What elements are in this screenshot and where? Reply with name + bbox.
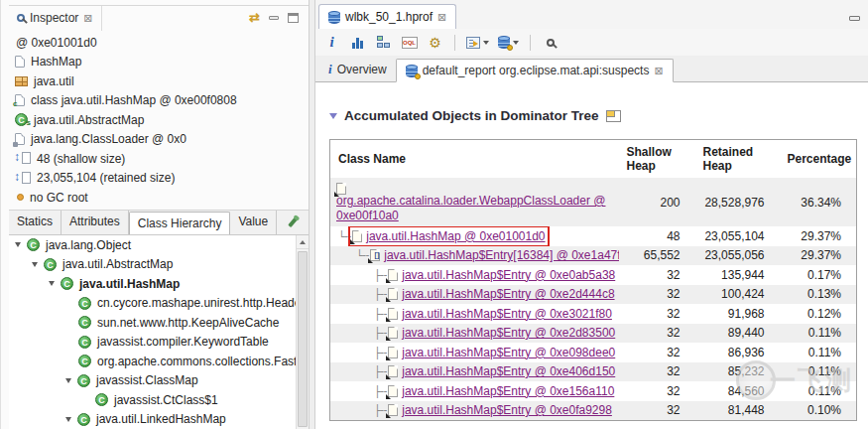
inspector-item-3[interactable]: cclass java.util.HashMap @ 0xe00f0808 bbox=[11, 91, 295, 111]
tab-attributes[interactable]: Attributes bbox=[62, 211, 129, 234]
object-link[interactable]: java.util.HashMap$Entry @ 0xe3021f80 bbox=[402, 307, 612, 321]
col-retained-heap[interactable]: Retained Heap bbox=[695, 140, 780, 179]
object-link[interactable]: java.util.HashMap$Entry @ 0xe0ab5a38 bbox=[402, 268, 615, 282]
inspector-item-1[interactable]: HashMap bbox=[11, 53, 295, 72]
dominator-tree-icon[interactable] bbox=[375, 33, 392, 52]
table-row-4[interactable]: ├╌java.util.HashMap$Entry @ 0xe2d444c832… bbox=[330, 285, 857, 305]
tree-connector: └╌ bbox=[338, 230, 351, 243]
chevron-down-icon[interactable] bbox=[65, 417, 71, 422]
shallow-heap-value: 32 bbox=[619, 343, 695, 362]
chevron-down-icon[interactable] bbox=[483, 41, 489, 45]
panel-divider[interactable] bbox=[309, 0, 315, 429]
tree-node-7[interactable]: Cjavassist.ClassMap bbox=[9, 371, 309, 391]
array-icon: [] bbox=[370, 249, 380, 261]
inspector-item-8[interactable]: no GC root bbox=[11, 188, 295, 208]
chevron-down-icon[interactable] bbox=[15, 242, 21, 247]
table-row-8[interactable]: ├╌java.util.HashMap$Entry @ 0xe406d15032… bbox=[330, 362, 857, 382]
chevron-down-icon[interactable] bbox=[49, 281, 55, 286]
inspector-properties: @ 0xe01001d0HashMapjava.utilcclass java.… bbox=[11, 33, 295, 208]
tree-node-2[interactable]: Cjava.util.HashMap bbox=[9, 274, 309, 294]
open-in-table-icon[interactable] bbox=[606, 110, 621, 122]
object-link[interactable]: java.util.HashMap$Entry @ 0xe2d444c8 bbox=[402, 287, 614, 301]
scroll-up-icon[interactable] bbox=[297, 235, 309, 249]
table-row-10[interactable]: ├╌java.util.HashMap$Entry @ 0xe0fa929832… bbox=[330, 401, 857, 421]
result-tab-1[interactable]: default_report org.eclipse.mat.api:suspe… bbox=[396, 59, 674, 82]
oql-icon[interactable]: OQL bbox=[401, 33, 418, 52]
close-icon[interactable]: ⊠ bbox=[654, 65, 663, 77]
tree-node-label: java.util.HashMap bbox=[79, 277, 180, 291]
object-link[interactable]: java.util.HashMap$Entry @ 0xe406d150 bbox=[402, 364, 615, 378]
inspector-item-2[interactable]: java.util bbox=[11, 72, 295, 91]
run-report-icon[interactable] bbox=[498, 33, 519, 52]
table-row-5[interactable]: ├╌java.util.HashMap$Entry @ 0xe3021f8032… bbox=[330, 304, 857, 324]
maximize-icon[interactable] bbox=[288, 13, 299, 23]
tree-node-8[interactable]: Cjavassist.CtClass$1 bbox=[9, 390, 309, 410]
tree-connector: ├╌ bbox=[374, 327, 387, 340]
object-link[interactable]: java.util.HashMap$Entry @ 0xe2d83500 bbox=[402, 326, 615, 340]
scrollbar-thumb[interactable] bbox=[298, 251, 308, 427]
inspector-item-6[interactable]: ↕48 (shallow size) bbox=[11, 149, 295, 169]
collapse-arrow-icon[interactable] bbox=[329, 113, 337, 119]
result-tab-label: default_report org.eclipse.mat.api:suspe… bbox=[423, 64, 650, 77]
col-class-name[interactable]: Class Name bbox=[330, 140, 619, 179]
file-icon bbox=[15, 56, 25, 68]
object-link[interactable]: java.util.HashMap @ 0xe01001d0 bbox=[366, 229, 545, 243]
retained-heap-value: 85,232 bbox=[695, 362, 780, 382]
table-row-3[interactable]: ├╌java.util.HashMap$Entry @ 0xe0ab5a3832… bbox=[330, 265, 857, 285]
tree-connector: └╌ bbox=[356, 249, 369, 262]
object-link[interactable]: java.util.HashMap$Entry @ 0xe098dee0 bbox=[402, 346, 615, 359]
shallow-heap-value: 32 bbox=[619, 401, 695, 421]
table-row-7[interactable]: ├╌java.util.HashMap$Entry @ 0xe098dee032… bbox=[330, 343, 857, 362]
chevron-down-icon[interactable] bbox=[65, 378, 71, 383]
overview-icon[interactable]: i bbox=[323, 33, 340, 52]
inspector-item-5[interactable]: java.lang.ClassLoader @ 0x0 bbox=[11, 130, 295, 150]
table-row-0[interactable]: org.apache.catalina.loader.WebappClassLo… bbox=[330, 178, 857, 226]
inspector-item-4[interactable]: Csjava.util.AbstractMap bbox=[11, 110, 295, 130]
inspector-item-7[interactable]: ↕23,055,104 (retained size) bbox=[11, 169, 295, 189]
object-icon bbox=[388, 347, 398, 358]
percentage-value: 0.11% bbox=[780, 343, 857, 362]
retained-heap-value: 23,055,056 bbox=[695, 246, 780, 266]
object-link[interactable]: java.util.HashMap$Entry @ 0xe156a110 bbox=[402, 384, 614, 398]
editor-tab-hprof[interactable]: wlbk_50_1.hprof ⊠ bbox=[318, 4, 456, 29]
tree-node-1[interactable]: Cjava.util.AbstractMap bbox=[9, 255, 309, 275]
chevron-down-icon[interactable] bbox=[513, 41, 519, 45]
tab-value[interactable]: Value bbox=[230, 211, 277, 234]
histogram-icon[interactable] bbox=[349, 33, 366, 52]
object-link[interactable]: org.apache.catalina.loader.WebappClassLo… bbox=[336, 194, 605, 222]
pin-icon[interactable] bbox=[288, 217, 297, 227]
object-link[interactable]: java.util.HashMap$Entry[16384] @ 0xe1a47… bbox=[384, 248, 618, 262]
minimize-editor-icon[interactable] bbox=[849, 16, 860, 21]
tree-node-6[interactable]: Corg.apache.commons.collections.FastH bbox=[9, 352, 309, 371]
tree-node-3[interactable]: Ccn.cycore.mashape.unirest.http.Header bbox=[9, 294, 309, 314]
object-link[interactable]: java.util.HashMap$Entry @ 0xe0fa9298 bbox=[402, 403, 612, 417]
inspector-item-0[interactable]: @ 0xe01001d0 bbox=[11, 33, 295, 53]
tree-scrollbar[interactable] bbox=[296, 235, 309, 429]
table-row-2[interactable]: └╌[]java.util.HashMap$Entry[16384] @ 0xe… bbox=[330, 246, 857, 266]
tree-node-5[interactable]: Cjavassist.compiler.KeywordTable bbox=[9, 333, 309, 353]
tab-class-hierarchy[interactable]: Class Hierarchy bbox=[129, 212, 231, 235]
run-expert-query-icon[interactable] bbox=[466, 33, 489, 52]
table-row-6[interactable]: ├╌java.util.HashMap$Entry @ 0xe2d8350032… bbox=[330, 324, 857, 344]
tab-statics[interactable]: Statics bbox=[9, 211, 62, 234]
tree-node-9[interactable]: Cjava.util.LinkedHashMap bbox=[9, 410, 309, 429]
col-shallow-heap[interactable]: Shallow Heap bbox=[619, 140, 695, 179]
tree-node-0[interactable]: Cjava.lang.Object bbox=[9, 235, 309, 255]
table-row-9[interactable]: ├╌java.util.HashMap$Entry @ 0xe156a11032… bbox=[330, 381, 857, 401]
close-icon[interactable]: ⊠ bbox=[437, 11, 446, 24]
section-heading[interactable]: Accumulated Objects in Dominator Tree bbox=[329, 108, 621, 123]
object-icon bbox=[388, 327, 398, 339]
col-percentage[interactable]: Percentage bbox=[780, 140, 857, 179]
settings-icon[interactable]: ⚙ bbox=[427, 33, 443, 52]
tree-connector: ├╌ bbox=[374, 269, 387, 282]
minimize-icon[interactable] bbox=[269, 16, 279, 20]
chevron-down-icon[interactable] bbox=[32, 262, 38, 267]
link-with-snapshot-icon[interactable]: ⇄ bbox=[249, 13, 260, 23]
search-icon[interactable] bbox=[542, 33, 558, 52]
result-tab-0[interactable]: iOverview bbox=[319, 58, 396, 81]
table-row-1[interactable]: └╌java.util.HashMap @ 0xe01001d04823,055… bbox=[330, 226, 857, 246]
close-icon[interactable]: ⊠ bbox=[83, 12, 92, 25]
tree-node-4[interactable]: Csun.net.www.http.KeepAliveCache bbox=[9, 313, 309, 333]
inspector-view-tab[interactable]: Inspector ⊠ bbox=[9, 6, 102, 31]
percentage-value: 0.17% bbox=[780, 265, 857, 285]
